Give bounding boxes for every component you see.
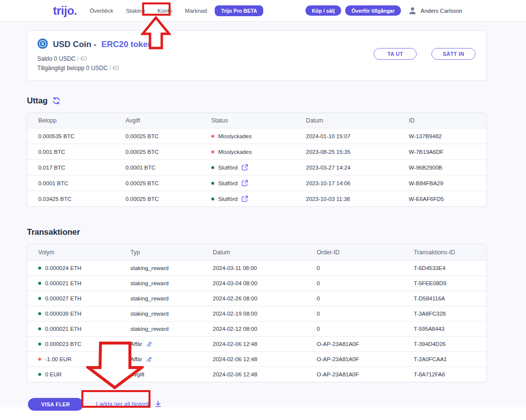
asset-card-buttons: TA UT SÄTT IN — [374, 48, 476, 60]
withdrawal-row: 0.0001 BTC0.00025 BTCSlutförd2023-10-17 … — [27, 175, 486, 191]
volume-value: 0.000024 ETH — [45, 265, 81, 271]
volym-cell: -1.00 EUR — [38, 356, 130, 362]
user-name: Anders Carlsson — [421, 8, 462, 14]
transaction-row: 0.000021 ETHstaking_reward2024-03-04 08:… — [27, 275, 486, 291]
typ-cell: staking_reward — [130, 265, 213, 271]
id-cell: W-E6AF6FD5 — [409, 196, 486, 202]
volume-value: 0.000039 ETH — [45, 311, 81, 317]
nav-right: Köp / sälj Överför tillgångar Anders Car… — [305, 5, 462, 16]
buy-sell-button[interactable]: Köp / sälj — [305, 5, 341, 16]
volume-dot-icon — [38, 297, 41, 300]
volym-cell: 0.000024 ETH — [38, 265, 130, 271]
transactions-header: Transaktioner — [27, 227, 526, 237]
avgift-cell: 0.0001 BTC — [125, 165, 211, 171]
nav-item-staking[interactable]: Staking — [126, 8, 145, 14]
belopp-cell: 0.001 BTC — [38, 149, 125, 155]
withdraw-button[interactable]: TA UT — [374, 48, 417, 60]
datum-cell: 2024-02-06 12:48 — [213, 356, 317, 362]
volym-cell: 0.000021 ETH — [38, 280, 130, 286]
status-label: Misslyckades — [218, 149, 251, 155]
status-dot-icon — [211, 135, 214, 138]
datum-cell: 2023-03-27 14:24 — [306, 165, 409, 171]
typ-cell: staking_reward — [130, 296, 213, 301]
download-icon — [155, 400, 161, 409]
transaktions-id-cell: T-2A0FCAA1 — [414, 356, 486, 362]
type-label: staking_reward — [130, 280, 169, 286]
volym-cell: 0.000039 ETH — [38, 311, 130, 317]
type-label: staking_reward — [130, 265, 169, 271]
transaction-row: 0 EURAvgift2024-02-06 12:48O-AP-23A81A0F… — [27, 367, 486, 382]
nav-left: trijo. Överblick Staking Konto Marknad T… — [53, 4, 263, 18]
type-label: Affär — [130, 356, 142, 362]
col-avgift: Avgift — [125, 117, 211, 124]
datum-cell: 2023-10-17 14:06 — [306, 180, 409, 186]
transfer-assets-button[interactable]: Överför tillgångar — [345, 5, 401, 16]
id-cell: W-137B9482 — [409, 133, 486, 139]
order-id-cell: 0 — [317, 296, 414, 301]
withdrawal-row: 0.001 BTC0.00025 BTCMisslyckades2023-08-… — [27, 144, 486, 159]
datum-cell: 2023-08-25 15:35 — [306, 149, 409, 155]
nav-item-overblick[interactable]: Överblick — [90, 8, 113, 14]
withdrawals-title: Uttag — [27, 96, 48, 105]
datum-cell: 2024-02-12 08:00 — [213, 326, 317, 332]
order-id-cell: 0 — [317, 265, 414, 271]
col-typ: Typ — [130, 249, 213, 256]
typ-cell: Avgift — [130, 371, 213, 377]
transaktions-id-cell: T-3A8FC328 — [414, 311, 486, 317]
volume-dot-icon — [38, 282, 41, 285]
type-label: staking_reward — [130, 326, 169, 332]
status-cell: Slutförd — [211, 196, 306, 202]
datum-cell: 2024-02-26 08:00 — [213, 296, 317, 301]
trijo-logo[interactable]: trijo. — [53, 4, 77, 18]
asset-token-type: ERC20 token — [101, 40, 153, 49]
transactions-tbody: 0.000024 ETHstaking_reward2024-03-11 08:… — [27, 260, 486, 382]
transaction-row: 0.000024 ETHstaking_reward2024-03-11 08:… — [27, 260, 486, 275]
transactions-table: Volym Typ Datum Order-ID Transaktions-ID… — [27, 244, 487, 382]
transaktions-id-cell: T-5FEE08D9 — [414, 280, 486, 286]
order-id-cell: O-AP-23A81A0F — [317, 356, 414, 362]
belopp-cell: 0.0001 BTC — [38, 180, 125, 186]
refresh-icon[interactable] — [52, 97, 60, 104]
volume-dot-icon — [38, 373, 41, 376]
show-more-button[interactable]: VISA FLER — [28, 398, 83, 411]
nav-item-marknad[interactable]: Marknad — [185, 8, 207, 14]
volume-value: -1.00 EUR — [45, 356, 72, 362]
transaktions-id-cell: T-6D4533E4 — [414, 265, 486, 271]
trade-arrows-icon — [146, 357, 152, 362]
volym-cell: 0.000021 ETH — [38, 326, 130, 332]
table-footer: VISA FLER Ladda ner all historik — [28, 398, 526, 411]
typ-cell: Affär — [130, 341, 213, 347]
available-eur: / €0 — [109, 65, 119, 72]
id-cell: W-7B19A6DF — [409, 149, 486, 155]
datum-cell: 2023-10-03 11:38 — [306, 196, 409, 202]
avgift-cell: 0.00025 BTC — [125, 133, 211, 139]
belopp-cell: 0.03425 BTC — [38, 196, 125, 202]
external-link-icon[interactable] — [242, 196, 248, 202]
transaktions-id-cell: T-8A712FA6 — [414, 371, 486, 377]
external-link-icon[interactable] — [242, 180, 248, 186]
user-avatar-icon[interactable] — [408, 6, 417, 15]
col-status: Status — [211, 117, 306, 124]
nav-item-konto[interactable]: Konto — [157, 8, 172, 14]
order-id-cell: 0 — [317, 311, 414, 317]
typ-cell: staking_reward — [130, 280, 213, 286]
download-history-link[interactable]: Ladda ner all historik — [96, 400, 161, 409]
belopp-cell: 0.000535 BTC — [38, 133, 125, 139]
withdrawals-table: Belopp Avgift Status Datum ID 0.000535 B… — [27, 113, 487, 207]
external-link-icon[interactable] — [242, 164, 248, 171]
trade-arrows-icon — [146, 342, 152, 347]
trijo-pro-beta-button[interactable]: Trijo Pro BETA — [215, 5, 263, 16]
transaktions-id-cell: T-595A8443 — [414, 326, 486, 332]
datum-cell: 2024-03-04 08:00 — [213, 280, 317, 286]
status-dot-icon — [211, 182, 214, 185]
col-order-id: Order-ID — [317, 249, 414, 256]
available-line: Tillgängligt belopp 0 USDC / €0 — [37, 64, 476, 72]
withdrawals-table-head: Belopp Avgift Status Datum ID — [27, 113, 486, 128]
deposit-button[interactable]: SÄTT IN — [431, 48, 476, 60]
datum-cell: 2024-01-10 15:07 — [306, 133, 409, 139]
volym-cell: 0 EUR — [38, 371, 130, 377]
download-history-label: Ladda ner all historik — [96, 401, 150, 408]
transaction-row: 0.000027 ETHstaking_reward2024-02-26 08:… — [27, 291, 486, 306]
volume-value: 0 EUR — [45, 371, 62, 377]
volume-dot-icon — [38, 327, 41, 330]
